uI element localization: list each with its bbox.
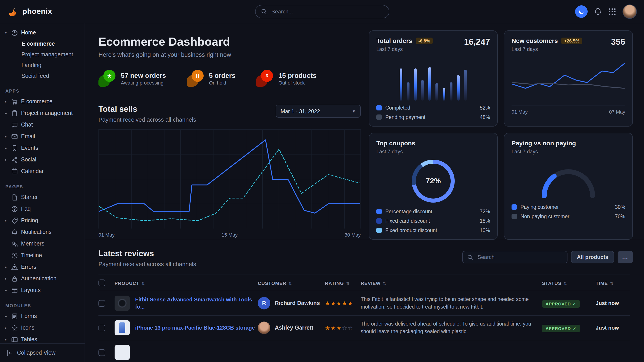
- theme-toggle-button[interactable]: [575, 5, 588, 18]
- row-checkbox[interactable]: [98, 300, 105, 307]
- select-all-checkbox[interactable]: [98, 280, 105, 286]
- sidebar-item-events[interactable]: ▸Events: [0, 142, 84, 154]
- sidebar-item-authentication[interactable]: ▸Authentication: [0, 273, 84, 284]
- sidebar-item-errors[interactable]: ▸Errors: [0, 261, 84, 273]
- star-icon: ★: [107, 73, 112, 79]
- caret-icon: ▸: [4, 146, 8, 150]
- legend-value: 72%: [480, 209, 490, 214]
- search-icon: [467, 254, 473, 260]
- date-range-select[interactable]: Mar 1 - 31, 2022 ▼: [276, 105, 361, 118]
- stat-new-orders: ★ 57 new orders Awating processing: [98, 70, 166, 87]
- sidebar-item-forms[interactable]: ▸Forms: [0, 310, 84, 322]
- sidebar-item-project-management[interactable]: ▸Project management: [0, 107, 84, 119]
- stat-title: 15 products: [278, 71, 316, 79]
- sidebar-item-members[interactable]: Members: [0, 238, 84, 250]
- legend-swatch: [376, 114, 382, 120]
- sidebar-item-icons[interactable]: ▸Icons: [0, 322, 84, 334]
- order-bar: [464, 70, 467, 101]
- review-row: [98, 340, 630, 362]
- product-thumbnail: [114, 296, 130, 311]
- paying-gauge-chart: [535, 162, 602, 200]
- global-search[interactable]: [255, 5, 389, 18]
- caret-icon: ▸: [4, 326, 8, 330]
- sort-icon: ⇅: [289, 281, 292, 286]
- row-checkbox[interactable]: [98, 325, 105, 331]
- order-bar: [436, 83, 438, 101]
- caret-icon: ▸: [4, 276, 8, 281]
- latest-reviews-section: Latest reviews Payment received across a…: [85, 240, 644, 362]
- reviews-search[interactable]: [462, 251, 568, 263]
- question-icon: [11, 206, 18, 212]
- x-tick: 30 May: [344, 232, 361, 237]
- warning-icon: [11, 264, 18, 270]
- chat-icon: [11, 121, 18, 128]
- notifications-bell-icon[interactable]: [594, 7, 602, 15]
- sidebar-item-email[interactable]: ▸Email: [0, 131, 84, 142]
- main-content: Ecommerce Dashboard Here's what's going …: [85, 23, 644, 362]
- trend-badge: +26.5%: [562, 37, 582, 44]
- bell-icon: [11, 229, 18, 235]
- sidebar-subitem-landing[interactable]: Landing: [0, 60, 84, 71]
- all-products-button[interactable]: All products: [571, 251, 614, 263]
- reviews-title: Latest reviews: [98, 249, 196, 259]
- legend-swatch: [376, 209, 382, 214]
- sidebar-item-home[interactable]: ▾Home: [0, 27, 84, 38]
- column-header-status[interactable]: STATUS⇅: [542, 275, 596, 291]
- legend-item: Completed 52%: [376, 105, 490, 110]
- paying-card: Paying vs non paying Last 7 days Paying …: [504, 133, 633, 240]
- table-header-row: PRODUCT⇅CUSTOMER⇅RATING⇅REVIEW⇅STATUS⇅TI…: [98, 275, 630, 291]
- caret-icon: ▸: [4, 265, 8, 269]
- column-header-review[interactable]: REVIEW⇅: [361, 275, 542, 291]
- sidebar-item-tables[interactable]: ▸Tables: [0, 334, 84, 343]
- sidebar-item-label: Home: [21, 29, 36, 36]
- stat-subtitle: Out of stock: [278, 80, 316, 85]
- more-actions-button[interactable]: ...: [618, 251, 633, 263]
- sidebar-item-pricing[interactable]: ▸Pricing: [0, 215, 84, 226]
- column-header-customer[interactable]: CUSTOMER⇅: [258, 275, 325, 291]
- brand[interactable]: phoenix: [7, 5, 88, 17]
- sidebar-item-chat[interactable]: Chat: [0, 119, 84, 131]
- rating-stars: ★★★: [325, 325, 342, 331]
- customer-name: Richard Dawkins: [275, 300, 320, 306]
- legend-item: Non-paying customer 70%: [512, 214, 625, 219]
- column-header-time[interactable]: TIME⇅: [596, 275, 630, 291]
- sidebar-item-timeline[interactable]: Timeline: [0, 250, 84, 261]
- sidebar-item-social[interactable]: ▸Social: [0, 154, 84, 165]
- sidebar-subitem-social-feed[interactable]: Social feed: [0, 71, 84, 81]
- user-avatar[interactable]: [622, 4, 637, 18]
- sidebar-item-layouts[interactable]: ▸Layouts: [0, 284, 84, 296]
- legend-item: Percentage discount 72%: [376, 209, 490, 214]
- sidebar-section-apps: APPS: [5, 88, 84, 93]
- product-link[interactable]: Fitbit Sense Advanced Smartwatch with To…: [135, 296, 258, 311]
- customer-avatar: [258, 322, 270, 334]
- column-header-rating[interactable]: RATING⇅: [325, 275, 361, 291]
- order-bar: [450, 82, 452, 101]
- sidebar-section-modules: MODULES: [5, 303, 84, 308]
- column-header-product[interactable]: PRODUCT⇅: [114, 275, 258, 291]
- sidebar-item-e-commerce[interactable]: ▸E commerce: [0, 96, 84, 107]
- layout-icon: [11, 287, 18, 294]
- sidebar-subitem-e-commerce[interactable]: E commerce: [0, 38, 84, 49]
- legend-swatch: [376, 218, 382, 224]
- app-window: phoenix ▾HomeE commerceProject managemen…: [0, 0, 644, 362]
- reviews-search-input[interactable]: [476, 254, 562, 261]
- card-period: Last 7 days: [512, 46, 582, 52]
- collapsed-view-toggle[interactable]: Collapsed View: [0, 343, 84, 362]
- new-customers-x-axis: 01 May 07 May: [512, 105, 625, 114]
- apps-grid-icon[interactable]: [608, 7, 616, 15]
- pause-icon: [196, 74, 199, 78]
- sidebar-item-starter[interactable]: Starter: [0, 191, 84, 203]
- sidebar-item-faq[interactable]: Faq: [0, 203, 84, 215]
- card-title: Total orders: [376, 37, 412, 44]
- sidebar-item-calendar[interactable]: Calendar: [0, 165, 84, 177]
- legend-label: Non-paying customer: [520, 214, 570, 219]
- sidebar-subitem-project-management[interactable]: Project management: [0, 49, 84, 60]
- date-range-value: Mar 1 - 31, 2022: [280, 108, 320, 114]
- sidebar-item-notifications[interactable]: Notifications: [0, 226, 84, 238]
- share-icon: [11, 156, 18, 163]
- row-checkbox[interactable]: [98, 349, 105, 356]
- product-cell: Fitbit Sense Advanced Smartwatch with To…: [114, 296, 258, 311]
- product-link[interactable]: iPhone 13 pro max-Pacific Blue-128GB sto…: [135, 324, 255, 331]
- review-text: The order was delivered ahead of schedul…: [361, 320, 542, 336]
- global-search-input[interactable]: [270, 8, 383, 15]
